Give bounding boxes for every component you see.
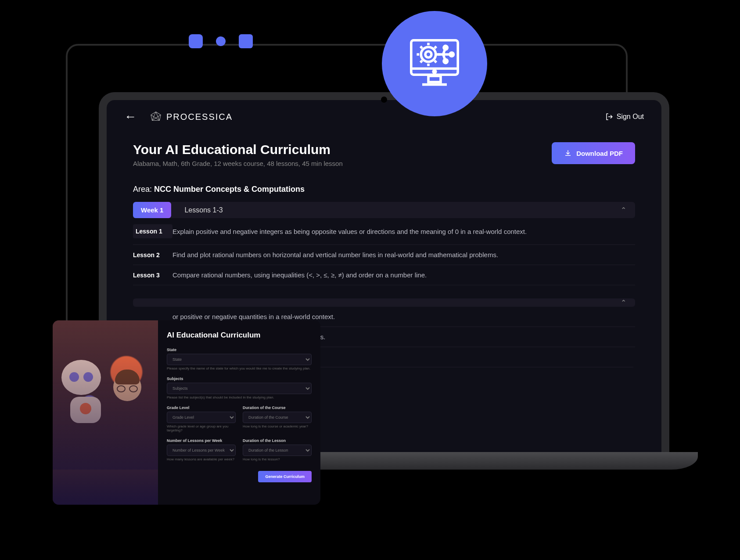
download-pdf-button[interactable]: Download PDF <box>552 142 635 164</box>
lesson-label: Lesson 1 <box>133 224 172 238</box>
subjects-hint: Please list the subject(s) that should b… <box>167 395 312 399</box>
area-prefix: Area: <box>133 185 152 194</box>
lesson-duration-label: Duration of the Lesson <box>243 438 312 443</box>
lesson-text: Explain positive and negative integers a… <box>172 228 635 235</box>
course-duration-label: Duration of the Course <box>243 406 312 410</box>
page-title: Your AI Educational Curriculum <box>133 142 343 157</box>
logo-icon <box>150 111 162 123</box>
week-header[interactable]: Week 1 Lessons 1-3 ⌃ <box>133 202 635 218</box>
grade-select[interactable]: Grade Level <box>167 412 236 423</box>
back-icon[interactable]: ← <box>124 110 137 124</box>
topbar: ← PROCESSICA Sign Out <box>107 100 661 133</box>
chevron-up-icon[interactable]: ⌃ <box>621 298 626 307</box>
state-label: State <box>167 348 312 352</box>
svg-point-6 <box>425 51 431 57</box>
computer-gear-icon <box>404 33 465 94</box>
lesson-row[interactable]: Lesson 2 Find and plot rational numbers … <box>133 245 635 265</box>
brand-name: PROCESSICA <box>166 112 233 122</box>
card-illustration <box>53 320 158 505</box>
title-bar: Your AI Educational Curriculum Alabama, … <box>133 142 635 167</box>
sign-out-label: Sign Out <box>617 113 644 121</box>
lesson-label: Lesson 2 <box>133 251 172 258</box>
floating-badge <box>382 11 487 116</box>
state-select[interactable]: State <box>167 354 312 365</box>
state-hint: Please specify the name of the state for… <box>167 366 312 370</box>
lesson-row[interactable]: Lesson 3 Compare rational numbers, using… <box>133 265 635 285</box>
lesson-row[interactable]: Lesson 1 Explain positive and negative i… <box>133 218 635 245</box>
download-icon <box>564 149 572 157</box>
lessons-per-week-select[interactable]: Number of Lessons per Week <box>167 445 236 456</box>
page-subtitle: Alabama, Math, 6th Grade, 12 weeks cours… <box>133 160 343 167</box>
lesson-label: Lesson 3 <box>133 272 172 279</box>
lesson-text: Find and plot rational numbers on horizo… <box>172 251 635 258</box>
week-badge: Week 1 <box>133 202 171 218</box>
decorative-dots <box>189 34 253 48</box>
lesson-duration-hint: How long is the lesson? <box>243 457 312 461</box>
subjects-label: Subjects <box>167 377 312 381</box>
chevron-up-icon[interactable]: ⌃ <box>621 206 626 214</box>
form-title: AI Educational Curriculum <box>167 331 312 340</box>
form-body: AI Educational Curriculum State State Pl… <box>158 320 320 505</box>
svg-point-5 <box>421 47 436 62</box>
curriculum-form-card: AI Educational Curriculum State State Pl… <box>53 320 320 505</box>
subjects-select[interactable]: Subjects <box>167 383 312 394</box>
grade-label: Grade Level <box>167 406 236 410</box>
sign-out-icon <box>605 113 613 121</box>
grade-hint: Which grade level or age group are you t… <box>167 424 236 432</box>
download-pdf-label: Download PDF <box>576 150 623 157</box>
generate-curriculum-button[interactable]: Generate Curriculum <box>258 471 312 482</box>
brand: PROCESSICA <box>150 111 233 123</box>
child-illustration <box>113 373 141 401</box>
sign-out-button[interactable]: Sign Out <box>605 113 644 121</box>
course-duration-select[interactable]: Duration of the Course <box>243 412 312 423</box>
course-duration-hint: How long is the course or academic year? <box>243 424 312 428</box>
lesson-text: Compare rational numbers, using inequali… <box>172 271 635 279</box>
week-title: Lessons 1-3 <box>184 206 223 214</box>
svg-point-2 <box>433 70 436 73</box>
lessons-per-week-hint: How many lessons are available per week? <box>167 457 236 461</box>
week-header[interactable]: ⌃ <box>133 298 635 307</box>
lesson-duration-select[interactable]: Duration of the Lesson <box>243 445 312 456</box>
svg-rect-3 <box>428 76 441 82</box>
lesson-text: or positive or negative quantities in a … <box>172 313 635 320</box>
area-heading: Area: NCC Number Concepts & Computations <box>133 185 635 194</box>
area-name: NCC Number Concepts & Computations <box>154 185 305 194</box>
lessons-per-week-label: Number of Lessons per Week <box>167 438 236 443</box>
robot-illustration <box>61 360 110 426</box>
